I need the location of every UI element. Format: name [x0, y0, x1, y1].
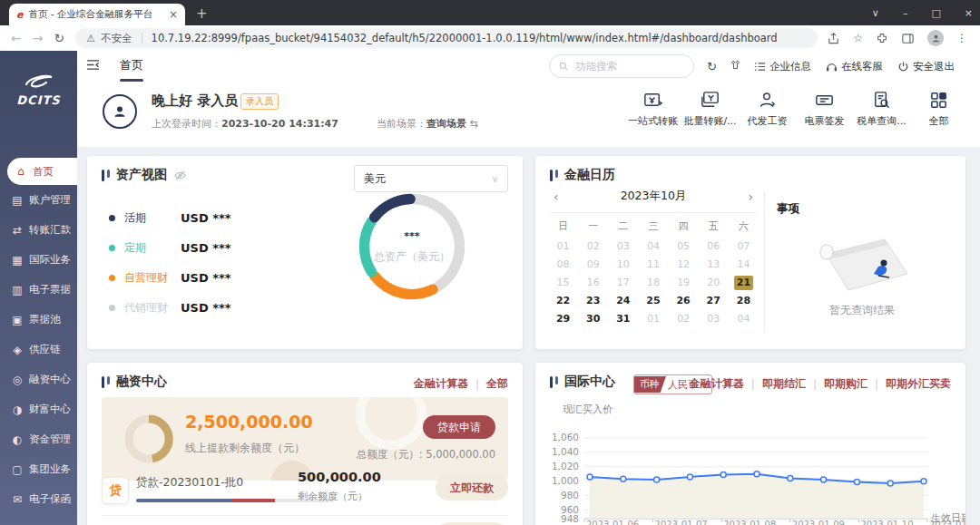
header-link-online-service[interactable]: 在线客服 — [826, 60, 883, 73]
intl-link-2[interactable]: 即期结汇 — [762, 376, 806, 392]
calendar-day[interactable]: 07 — [729, 239, 759, 254]
sidebar-item-financing[interactable]: ◎融资中心 — [0, 365, 77, 394]
extensions-icon[interactable] — [876, 32, 888, 44]
side-panel-icon[interactable] — [901, 32, 915, 45]
calendar-day[interactable]: 13 — [699, 258, 729, 272]
weekday-label: 三 — [638, 219, 668, 233]
bookmark-star-icon[interactable]: ☆ — [853, 32, 863, 44]
kebab-menu-icon[interactable]: ⋮ — [956, 32, 967, 44]
quick-action-payroll[interactable]: 代发工资 — [739, 89, 796, 128]
calendar-day[interactable]: 22 — [548, 294, 578, 308]
next-month-icon[interactable]: › — [744, 190, 757, 204]
collapse-menu-icon[interactable] — [86, 59, 100, 73]
calendar-day[interactable]: 28 — [729, 294, 759, 308]
calendar-day[interactable]: 29 — [548, 312, 578, 326]
browser-tab[interactable]: e 首页 - 企业综合金融服务平台 × — [9, 4, 185, 25]
sidebar-item-guarantee[interactable]: ✉电子保函 — [0, 484, 77, 514]
header-link-enterprise-info[interactable]: 企业信息 — [754, 60, 811, 73]
intl-link-4[interactable]: 即期外汇买卖 — [886, 376, 951, 392]
calendar-day[interactable]: 19 — [669, 276, 699, 290]
calendar-day[interactable]: 26 — [669, 294, 699, 308]
calendar-day[interactable]: 09 — [578, 258, 608, 272]
window-menu-icon[interactable]: ∨ — [872, 7, 879, 19]
sidebar-item-funds[interactable]: ◐资金管理 — [0, 424, 77, 454]
calendar-day[interactable]: 11 — [638, 258, 668, 272]
intl-link-3[interactable]: 即期购汇 — [824, 376, 867, 392]
assets-donut-chart: *** 总资产（美元） — [348, 183, 475, 310]
minimize-button[interactable]: – — [903, 7, 908, 19]
financing-link-2[interactable]: 全部 — [486, 376, 508, 392]
switch-scene-icon[interactable]: ⇆ — [469, 118, 477, 130]
header-link-safe-logout[interactable]: 安全退出 — [897, 60, 955, 73]
financing-link-1[interactable]: 金融计算器 — [414, 376, 468, 392]
legend-dot — [109, 245, 115, 251]
sidebar-item-home[interactable]: ⌂首页 — [7, 158, 77, 185]
calendar-day[interactable]: 02 — [578, 239, 608, 254]
calendar-day[interactable]: 04 — [729, 312, 759, 326]
sidebar-item-transfer[interactable]: ⇄转账汇款 — [0, 215, 77, 245]
sidebar-item-billpool[interactable]: ▣票据池 — [0, 305, 77, 335]
back-icon[interactable]: ← — [11, 31, 22, 45]
calendar-day[interactable]: 05 — [669, 239, 699, 254]
intl-link-1[interactable]: 金融计算器 — [690, 376, 744, 392]
calendar-day[interactable]: 23 — [578, 294, 608, 308]
close-button[interactable]: × — [965, 7, 973, 19]
quick-action-onestop-transfer[interactable]: 一站式转账 — [624, 89, 681, 128]
calendar-day[interactable]: 06 — [699, 239, 729, 254]
eye-off-icon[interactable] — [173, 169, 187, 182]
calendar-day[interactable]: 15 — [548, 276, 578, 290]
calendar-day[interactable]: 01 — [638, 312, 668, 326]
calendar-day[interactable]: 01 — [548, 239, 578, 254]
share-icon[interactable] — [827, 32, 840, 45]
calendar-day[interactable]: 10 — [608, 258, 638, 272]
calendar-day[interactable]: 31 — [608, 312, 638, 326]
calendar-day[interactable]: 24 — [608, 294, 638, 308]
calendar-day[interactable]: 20 — [699, 276, 729, 290]
quick-action-batch-transfer[interactable]: 批量转账/... — [681, 89, 739, 128]
calendar-day[interactable]: 02 — [669, 312, 699, 326]
calendar-day[interactable]: 03 — [699, 312, 729, 326]
new-tab-button[interactable]: + — [196, 5, 208, 22]
user-avatar[interactable] — [103, 94, 137, 129]
calendar-day[interactable]: 08 — [548, 258, 578, 272]
calendar-day[interactable]: 14 — [729, 258, 759, 272]
sidebar-item-wealth[interactable]: ◑财富中心 — [0, 394, 77, 424]
tab-home[interactable]: 首页 — [120, 51, 143, 82]
forward-icon[interactable]: → — [33, 31, 44, 45]
sidebar-item-supplychain[interactable]: ◈供应链 — [0, 335, 77, 365]
prev-month-icon[interactable]: ‹ — [550, 190, 563, 204]
calendar-days: 0102030405060708091011121314151617181920… — [548, 238, 759, 328]
calendar-day[interactable]: 04 — [638, 239, 668, 254]
page: e 首页 - 企业综合金融服务平台 × + ∨ – □ × ← → ↻ ⚠ 不安… — [0, 0, 980, 525]
sidebar-item-ebill[interactable]: ▥电子票据 — [0, 275, 77, 305]
function-search[interactable] — [549, 54, 694, 78]
sidebar-item-group[interactable]: ▢集团业务 — [0, 454, 77, 484]
calendar-day[interactable]: 25 — [638, 294, 668, 308]
reload-icon[interactable]: ↻ — [54, 31, 64, 45]
loan-apply-button[interactable]: 贷款申请 — [423, 415, 495, 439]
calendar-day[interactable]: 30 — [578, 312, 608, 326]
sidebar-item-international[interactable]: ▦国际业务 — [0, 245, 77, 275]
title-bars-icon — [102, 376, 110, 388]
calendar-day[interactable]: 18 — [638, 276, 668, 290]
calendar-day[interactable]: 03 — [608, 239, 638, 254]
refresh-icon[interactable]: ↻ — [707, 60, 717, 73]
calendar-day[interactable]: 21 — [734, 276, 753, 290]
calendar-day[interactable]: 17 — [608, 276, 638, 290]
profile-avatar[interactable] — [927, 30, 944, 46]
quick-action-all-actions[interactable]: 全部 — [910, 89, 967, 128]
headset-icon — [826, 61, 838, 73]
quick-action-eticket-issue[interactable]: 电票签发 — [796, 89, 853, 128]
svg-text:生效日期: 生效日期 — [931, 512, 965, 524]
tab-close-icon[interactable]: × — [169, 9, 178, 20]
calendar-day[interactable]: 12 — [669, 258, 699, 272]
calendar-day[interactable]: 27 — [699, 294, 729, 308]
quick-action-tax-query[interactable]: 税单查询... — [853, 89, 910, 128]
repay-now-button[interactable]: 立即还款 — [436, 475, 508, 501]
address-input[interactable]: ⚠ 不安全 10.7.19.22:8999/fpaas_bucket/94154… — [75, 28, 818, 48]
calendar-day[interactable]: 16 — [578, 276, 608, 290]
sidebar-item-account[interactable]: ▤账户管理 — [0, 185, 77, 215]
theme-icon[interactable] — [730, 59, 741, 73]
maximize-button[interactable]: □ — [931, 7, 940, 19]
search-input[interactable] — [573, 59, 684, 73]
